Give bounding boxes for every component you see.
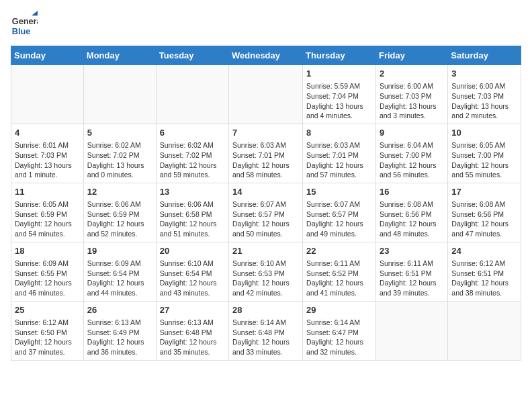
day-info-text: Sunrise: 6:00 AM bbox=[451, 81, 517, 91]
day-info-text: Sunset: 6:48 PM bbox=[232, 328, 299, 338]
day-number: 11 bbox=[15, 186, 80, 198]
day-number: 23 bbox=[380, 245, 444, 257]
day-info-text: Daylight: 12 hours and 50 minutes. bbox=[232, 219, 299, 238]
day-number: 4 bbox=[15, 127, 80, 139]
day-info-text: Sunrise: 6:06 AM bbox=[160, 199, 225, 210]
day-info-text: Sunrise: 5:59 AM bbox=[306, 81, 372, 91]
day-cell: 6Sunrise: 6:02 AMSunset: 7:02 PMDaylight… bbox=[156, 124, 228, 183]
day-info-text: Daylight: 12 hours and 49 minutes. bbox=[306, 219, 372, 238]
day-info-text: Sunrise: 6:13 AM bbox=[160, 318, 225, 328]
day-info-text: Sunrise: 6:13 AM bbox=[87, 318, 152, 328]
day-info-text: Daylight: 12 hours and 38 minutes. bbox=[451, 278, 517, 298]
day-info-text: Daylight: 12 hours and 41 minutes. bbox=[306, 278, 372, 298]
day-number: 6 bbox=[160, 127, 225, 139]
day-cell: 16Sunrise: 6:08 AMSunset: 6:56 PMDayligh… bbox=[375, 183, 447, 242]
day-number: 2 bbox=[380, 68, 444, 80]
day-info-text: Sunrise: 6:07 AM bbox=[306, 199, 372, 210]
day-info-text: Sunrise: 6:07 AM bbox=[232, 199, 299, 210]
weekday-header-tuesday: Tuesday bbox=[156, 46, 228, 65]
day-info-text: Sunset: 6:55 PM bbox=[15, 269, 80, 279]
day-info-text: Sunset: 6:54 PM bbox=[87, 269, 152, 279]
day-number: 28 bbox=[232, 304, 299, 316]
day-cell bbox=[83, 65, 156, 124]
day-info-text: Daylight: 12 hours and 43 minutes. bbox=[160, 278, 225, 298]
calendar-table: SundayMondayTuesdayWednesdayThursdayFrid… bbox=[11, 46, 521, 361]
day-info-text: Daylight: 12 hours and 59 minutes. bbox=[160, 161, 225, 180]
week-row-3: 11Sunrise: 6:05 AMSunset: 6:59 PMDayligh… bbox=[11, 183, 521, 242]
day-info-text: Daylight: 12 hours and 36 minutes. bbox=[87, 337, 152, 357]
day-info-text: Daylight: 12 hours and 46 minutes. bbox=[15, 278, 80, 298]
day-cell bbox=[229, 65, 303, 124]
day-info-text: Daylight: 13 hours and 2 minutes. bbox=[451, 101, 517, 121]
day-info-text: Sunrise: 6:10 AM bbox=[232, 259, 299, 269]
day-info-text: Sunrise: 6:02 AM bbox=[87, 140, 152, 150]
day-info-text: Sunset: 6:51 PM bbox=[451, 269, 517, 279]
day-info-text: Sunrise: 6:10 AM bbox=[160, 259, 225, 269]
day-info-text: Daylight: 12 hours and 48 minutes. bbox=[380, 219, 444, 238]
day-number: 26 bbox=[87, 304, 152, 316]
day-info-text: Sunset: 7:02 PM bbox=[87, 150, 152, 161]
day-cell: 24Sunrise: 6:12 AMSunset: 6:51 PMDayligh… bbox=[448, 242, 521, 301]
weekday-header-saturday: Saturday bbox=[448, 46, 521, 65]
day-info-text: Daylight: 12 hours and 56 minutes. bbox=[380, 161, 444, 180]
day-cell: 28Sunrise: 6:14 AMSunset: 6:48 PMDayligh… bbox=[229, 301, 303, 360]
day-info-text: Sunset: 7:03 PM bbox=[380, 91, 444, 101]
day-number: 1 bbox=[306, 68, 372, 80]
day-info-text: Sunset: 6:59 PM bbox=[15, 210, 80, 220]
day-cell: 25Sunrise: 6:12 AMSunset: 6:50 PMDayligh… bbox=[11, 301, 84, 360]
week-row-1: 1Sunrise: 5:59 AMSunset: 7:04 PMDaylight… bbox=[11, 65, 521, 124]
day-cell: 26Sunrise: 6:13 AMSunset: 6:49 PMDayligh… bbox=[83, 301, 156, 360]
day-info-text: Daylight: 12 hours and 51 minutes. bbox=[160, 219, 225, 238]
day-info-text: Sunrise: 6:08 AM bbox=[451, 199, 517, 210]
day-number: 27 bbox=[160, 304, 225, 316]
day-cell: 19Sunrise: 6:09 AMSunset: 6:54 PMDayligh… bbox=[83, 242, 156, 301]
day-info-text: Sunrise: 6:01 AM bbox=[15, 140, 80, 150]
day-number: 15 bbox=[306, 186, 372, 198]
day-info-text: Sunset: 6:47 PM bbox=[306, 328, 372, 338]
day-cell: 8Sunrise: 6:03 AMSunset: 7:01 PMDaylight… bbox=[303, 124, 376, 183]
day-number: 18 bbox=[15, 245, 80, 257]
day-cell: 21Sunrise: 6:10 AMSunset: 6:53 PMDayligh… bbox=[229, 242, 303, 301]
weekday-header-thursday: Thursday bbox=[303, 46, 376, 65]
day-info-text: Sunset: 7:00 PM bbox=[380, 150, 444, 161]
day-info-text: Daylight: 12 hours and 37 minutes. bbox=[15, 337, 80, 357]
day-info-text: Sunrise: 6:08 AM bbox=[380, 199, 444, 210]
day-number: 17 bbox=[451, 186, 517, 198]
day-info-text: Sunset: 6:56 PM bbox=[380, 210, 444, 220]
day-info-text: Sunrise: 6:14 AM bbox=[306, 318, 372, 328]
day-info-text: Daylight: 12 hours and 47 minutes. bbox=[451, 219, 517, 238]
day-info-text: Sunset: 7:03 PM bbox=[451, 91, 517, 101]
day-cell: 10Sunrise: 6:05 AMSunset: 7:00 PMDayligh… bbox=[448, 124, 521, 183]
day-number: 29 bbox=[306, 304, 372, 316]
day-info-text: Daylight: 13 hours and 0 minutes. bbox=[87, 161, 152, 180]
week-row-2: 4Sunrise: 6:01 AMSunset: 7:03 PMDaylight… bbox=[11, 124, 521, 183]
day-cell: 18Sunrise: 6:09 AMSunset: 6:55 PMDayligh… bbox=[11, 242, 84, 301]
day-cell: 7Sunrise: 6:03 AMSunset: 7:01 PMDaylight… bbox=[229, 124, 303, 183]
page-header: General Blue bbox=[11, 11, 521, 38]
day-number: 24 bbox=[451, 245, 517, 257]
day-cell: 13Sunrise: 6:06 AMSunset: 6:58 PMDayligh… bbox=[156, 183, 228, 242]
day-info-text: Sunrise: 6:06 AM bbox=[87, 199, 152, 210]
day-info-text: Sunset: 6:52 PM bbox=[306, 269, 372, 279]
day-number: 13 bbox=[160, 186, 225, 198]
logo: General Blue bbox=[11, 11, 40, 38]
day-info-text: Daylight: 13 hours and 1 minute. bbox=[15, 161, 80, 180]
day-info-text: Daylight: 12 hours and 33 minutes. bbox=[232, 337, 299, 357]
day-number: 12 bbox=[87, 186, 152, 198]
day-info-text: Sunset: 7:00 PM bbox=[451, 150, 517, 161]
day-info-text: Sunrise: 6:11 AM bbox=[380, 259, 444, 269]
day-info-text: Sunset: 7:03 PM bbox=[15, 150, 80, 161]
day-cell: 22Sunrise: 6:11 AMSunset: 6:52 PMDayligh… bbox=[303, 242, 376, 301]
day-cell bbox=[375, 301, 447, 360]
day-cell: 15Sunrise: 6:07 AMSunset: 6:57 PMDayligh… bbox=[303, 183, 376, 242]
day-cell: 29Sunrise: 6:14 AMSunset: 6:47 PMDayligh… bbox=[303, 301, 376, 360]
day-info-text: Daylight: 12 hours and 55 minutes. bbox=[451, 161, 517, 180]
week-row-4: 18Sunrise: 6:09 AMSunset: 6:55 PMDayligh… bbox=[11, 242, 521, 301]
day-info-text: Sunset: 6:49 PM bbox=[87, 328, 152, 338]
day-cell: 2Sunrise: 6:00 AMSunset: 7:03 PMDaylight… bbox=[375, 65, 447, 124]
day-info-text: Sunset: 7:02 PM bbox=[160, 150, 225, 161]
day-info-text: Sunrise: 6:09 AM bbox=[87, 259, 152, 269]
day-info-text: Sunset: 7:04 PM bbox=[306, 91, 372, 101]
weekday-header-wednesday: Wednesday bbox=[229, 46, 303, 65]
calendar-header-row: SundayMondayTuesdayWednesdayThursdayFrid… bbox=[11, 46, 521, 65]
